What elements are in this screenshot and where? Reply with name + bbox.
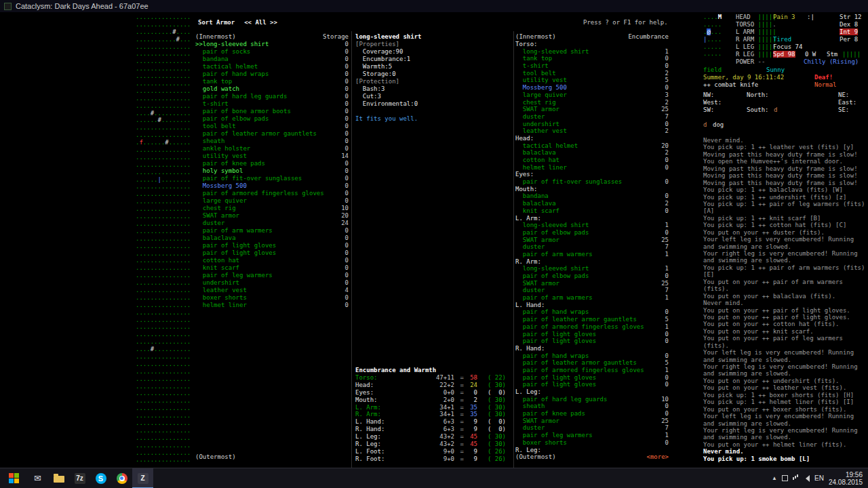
deaf-indicator: Deaf! bbox=[814, 74, 833, 81]
armor-item-row[interactable]: pair of light gloves0 bbox=[195, 249, 349, 257]
map-strip: ........................................… bbox=[136, 14, 191, 464]
armor-item-rows: >>long-sleeved shirt0 pair of socks0 ban… bbox=[195, 41, 349, 309]
compass-south-creature: d bbox=[774, 106, 777, 113]
armor-item-row[interactable]: pair of bone armor boots0 bbox=[195, 108, 349, 115]
armor-item-row[interactable]: knit scarf0 bbox=[195, 264, 349, 272]
creature-name: dog bbox=[713, 121, 724, 128]
stamina-label: Stm bbox=[827, 51, 837, 58]
taskbar: ✉7zSZ ▲ EN 19:56 24.08.2015 bbox=[0, 468, 868, 488]
armor-item-row[interactable]: pair of fit-over sunglasses0 bbox=[195, 175, 349, 182]
armor-item-row[interactable]: tank top0 bbox=[195, 78, 349, 85]
taskbar-icons: ✉7zSZ bbox=[27, 468, 153, 488]
armor-item-row[interactable]: pair of leg warmers0 bbox=[195, 272, 349, 279]
action-center-icon[interactable] bbox=[782, 475, 788, 481]
compass-se: SE: bbox=[838, 106, 849, 113]
compass-nw: NW: bbox=[703, 92, 714, 98]
armor-item-row[interactable]: boxer shorts0 bbox=[195, 294, 349, 302]
message-log: Never mind.You pick up: 1 ++ leather ves… bbox=[703, 137, 867, 462]
volume-icon[interactable] bbox=[802, 475, 810, 482]
armor-item-row[interactable]: pair of armored fingerless gloves0 bbox=[195, 190, 349, 197]
armor-item-row[interactable]: pair of elbow pads0 bbox=[195, 115, 349, 123]
compass-west: West: bbox=[703, 99, 722, 106]
7zip-icon[interactable]: 7z bbox=[69, 468, 90, 488]
body-part-panel: (Innermost) Encumbrance Torso: long-slee… bbox=[515, 33, 669, 453]
weapon-mode: Normal bbox=[814, 81, 837, 88]
mail-icon[interactable]: ✉ bbox=[27, 468, 48, 488]
enc-rows: Torso:47+11=58( 22)Head:22+2=24( 30)Eyes… bbox=[355, 374, 506, 463]
window-titlebar[interactable]: Cataclysm: Dark Days Ahead - 67a07ee bbox=[0, 0, 868, 12]
body-part-rows: Torso: long-sleeved shirt1 tank top0 t-s… bbox=[515, 41, 669, 453]
armor-item-row[interactable]: >>long-sleeved shirt0 bbox=[195, 41, 349, 48]
more-indicator[interactable]: <more> bbox=[646, 453, 669, 460]
file-explorer-icon[interactable] bbox=[48, 468, 69, 488]
stat-int: Int 9 bbox=[840, 28, 858, 35]
armor-item-list: (Innermost) Storage >>long-sleeved shirt… bbox=[195, 33, 349, 309]
windows-logo-icon bbox=[9, 473, 19, 483]
armor-item-row[interactable]: SWAT armor20 bbox=[195, 212, 349, 220]
window-title: Cataclysm: Dark Days Ahead - 67a07ee bbox=[16, 2, 149, 10]
filter-all-control[interactable]: << All >> bbox=[244, 19, 277, 26]
armor-item-row[interactable]: pair of light gloves0 bbox=[195, 242, 349, 249]
armor-item-row[interactable]: large quiver0 bbox=[195, 197, 349, 205]
armor-item-row[interactable]: leather vest4 bbox=[195, 287, 349, 294]
sort-armor-header: Sort Armor<< All >> bbox=[198, 19, 277, 26]
armor-item-row[interactable]: tactical helmet0 bbox=[195, 63, 349, 70]
fatigue-indicator: Tired bbox=[773, 36, 791, 43]
mood-face: :| bbox=[807, 14, 814, 20]
armor-item-row[interactable]: gold watch0 bbox=[195, 85, 349, 93]
cdda-icon[interactable]: Z bbox=[132, 468, 153, 488]
sidebar-minimap: ....M......@...|.............. bbox=[703, 14, 722, 58]
armor-item-row[interactable]: pair of knee pads0 bbox=[195, 160, 349, 167]
armor-item-row[interactable]: bandana0 bbox=[195, 56, 349, 63]
armor-item-row[interactable]: chest rig10 bbox=[195, 205, 349, 212]
pain-indicator: Pain 3 bbox=[773, 14, 795, 20]
start-button[interactable] bbox=[0, 468, 27, 488]
armor-item-row[interactable]: pair of socks0 bbox=[195, 48, 349, 56]
armor-item-row[interactable]: helmet liner0 bbox=[195, 302, 349, 309]
language-indicator[interactable]: EN bbox=[814, 474, 824, 482]
outermost-label-right: (Outermost) bbox=[515, 453, 556, 460]
column-separator bbox=[351, 31, 352, 472]
show-hidden-icons-chevron[interactable]: ▲ bbox=[772, 475, 777, 481]
armor-item-row[interactable]: cotton hat0 bbox=[195, 257, 349, 264]
temperature-indicator: Chilly (Rising) bbox=[804, 58, 859, 65]
armor-item-row[interactable]: Mossberg 5000 bbox=[195, 182, 349, 190]
taskbar-clock[interactable]: 19:56 24.08.2015 bbox=[829, 471, 863, 486]
innermost-label: (Innermost) bbox=[195, 33, 236, 41]
armor-item-row[interactable]: tool belt0 bbox=[195, 123, 349, 130]
compass-east: East: bbox=[838, 99, 856, 106]
armor-item-row[interactable]: ankle holster0 bbox=[195, 145, 349, 152]
armor-item-row[interactable]: duster24 bbox=[195, 220, 349, 227]
storage-column-label: Storage bbox=[323, 33, 349, 41]
network-icon[interactable] bbox=[793, 477, 794, 480]
armor-item-row[interactable]: t-shirt0 bbox=[195, 100, 349, 108]
stat-dex: Dex 8 bbox=[840, 21, 858, 28]
clock-date: 24.08.2015 bbox=[829, 479, 863, 486]
sort-armor-label: Sort Armor bbox=[198, 19, 235, 26]
location-label: field bbox=[703, 66, 722, 73]
clock-time: 19:56 bbox=[829, 471, 863, 479]
armor-item-row[interactable]: sheath0 bbox=[195, 138, 349, 145]
compass-south: South: bbox=[747, 106, 769, 113]
armor-item-row[interactable]: utility vest14 bbox=[195, 152, 349, 160]
column-separator bbox=[513, 31, 514, 472]
focus-indicator: Focus 74 bbox=[773, 43, 802, 50]
chrome-icon[interactable] bbox=[111, 468, 132, 488]
armor-item-row[interactable]: undershirt0 bbox=[195, 279, 349, 287]
armor-item-row[interactable]: pair of hard leg guards0 bbox=[195, 93, 349, 100]
armor-item-row[interactable]: pair of arm warmers0 bbox=[195, 227, 349, 235]
armor-item-row[interactable]: holy symbol0 bbox=[195, 167, 349, 175]
armor-item-row[interactable]: balaclava0 bbox=[195, 235, 349, 242]
item-detail-panel: long-sleeved shirt [Properties] Coverage… bbox=[355, 33, 505, 108]
skype-icon[interactable]: S bbox=[90, 468, 111, 488]
stat-per: Per 8 bbox=[840, 36, 858, 43]
armor-item-row[interactable]: pair of leather armor gauntlets0 bbox=[195, 130, 349, 138]
encumbrance-warmth-table: Encumbrance and Warmth Torso:47+11=58( 2… bbox=[355, 367, 506, 463]
creature-symbol: d bbox=[703, 121, 707, 128]
encumbrance-column-label: Encumbrance bbox=[628, 33, 669, 41]
stat-str: Str 12 bbox=[840, 14, 862, 20]
armor-item-row[interactable]: pair of hand wraps0 bbox=[195, 70, 349, 78]
outermost-label-left: (Outermost) bbox=[195, 453, 236, 460]
wielded-weapon: ++ combat knife bbox=[703, 81, 758, 88]
body-status-rows: HEAD |||||TORSO ||||.L ARM |||||R ARM ||… bbox=[736, 14, 776, 66]
